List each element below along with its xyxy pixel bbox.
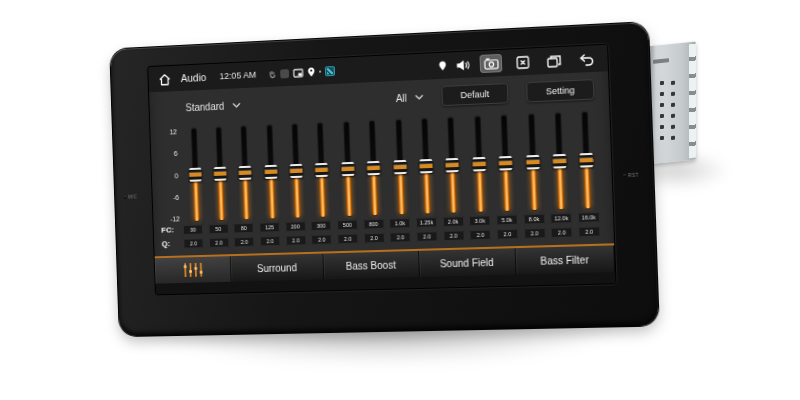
volume-icon[interactable] — [455, 58, 471, 72]
slider-fill — [345, 174, 352, 216]
setting-button[interactable]: Setting — [526, 79, 594, 102]
eq-band-slider[interactable] — [546, 112, 573, 211]
eq-band-slider[interactable] — [309, 122, 335, 218]
dot-separator — [319, 71, 321, 73]
bass-filter-tab[interactable]: Bass Filter — [515, 245, 615, 274]
slider-fill — [217, 179, 224, 220]
q-row-label: Q: — [162, 239, 181, 248]
mic-hole-dot — [123, 196, 126, 199]
eq-band-slider[interactable] — [413, 117, 439, 214]
fc-value-chip: 1.0k — [389, 217, 410, 228]
slider-knob[interactable] — [341, 162, 354, 176]
home-icon[interactable] — [158, 72, 172, 85]
disabled-app-icon — [280, 69, 289, 78]
eq-bands — [181, 111, 603, 223]
fc-value-chip: 300 — [311, 220, 332, 231]
cage-holes — [660, 81, 664, 85]
q-value-chip: 2.0 — [311, 234, 332, 245]
slider-knob[interactable] — [315, 163, 328, 177]
equalizer-panel: 1260-6-12 — [158, 111, 603, 223]
eq-band-slider[interactable] — [519, 113, 546, 211]
eq-band-slider[interactable] — [439, 116, 465, 214]
eq-band-slider[interactable] — [335, 121, 361, 217]
eq-band-slider[interactable] — [233, 125, 258, 220]
head-unit-body: MIC RST Audio 12:05 AM — [110, 22, 659, 336]
channel-dropdown[interactable]: All — [396, 91, 424, 103]
fc-value-chip: 2.0k — [442, 216, 463, 227]
chevron-down-icon — [415, 94, 424, 100]
fc-value-chip: 80 — [234, 222, 254, 232]
cage-slit — [653, 58, 669, 64]
eq-band-slider[interactable] — [258, 124, 283, 220]
equalizer-tab[interactable] — [155, 256, 232, 284]
tab-label: Surround — [257, 262, 297, 274]
fc-value-chip: 800 — [363, 218, 384, 229]
slider-knob[interactable] — [367, 161, 380, 175]
q-value-chip: 2.0 — [209, 237, 229, 247]
eq-band-slider[interactable] — [387, 119, 413, 216]
close-app-button[interactable] — [511, 52, 534, 71]
fc-value-chip: 50 — [208, 223, 228, 233]
slider-knob[interactable] — [499, 156, 513, 171]
slider-fill — [450, 170, 457, 213]
eq-band-slider[interactable] — [182, 127, 207, 222]
default-button[interactable]: Default — [441, 83, 508, 106]
eq-band-slider[interactable] — [466, 115, 493, 213]
slider-fill — [423, 171, 430, 213]
status-clock: 12:05 AM — [219, 70, 256, 82]
q-value-chip: 2.0 — [443, 230, 464, 241]
q-value-chip: 2.0 — [260, 235, 281, 245]
slider-fill — [476, 169, 484, 212]
fc-value-chip: 1.25k — [416, 217, 437, 228]
preset-value: Standard — [185, 100, 224, 113]
fc-value-chip: 3.0k — [469, 215, 491, 226]
slider-knob[interactable] — [526, 155, 540, 170]
slider-knob[interactable] — [393, 160, 406, 175]
gain-scale-label: 0 — [175, 172, 179, 179]
cast-icon — [293, 68, 304, 77]
mounting-cage-sleeve — [647, 41, 696, 164]
slider-knob[interactable] — [419, 159, 432, 174]
slider-fill — [192, 180, 199, 221]
slider-fill — [557, 166, 565, 209]
sound-field-tab[interactable]: Sound Field — [419, 248, 517, 277]
slider-knob[interactable] — [189, 168, 202, 182]
channel-value: All — [396, 92, 407, 104]
slider-knob[interactable] — [214, 167, 227, 181]
eq-band-slider[interactable] — [492, 114, 519, 212]
slider-knob[interactable] — [290, 164, 303, 178]
slider-knob[interactable] — [472, 157, 486, 172]
status-bar-right — [438, 49, 597, 75]
q-value-chip: 2.0 — [524, 227, 546, 238]
bass-boost-tab[interactable]: Bass Boost — [324, 251, 420, 280]
recent-apps-button[interactable] — [542, 51, 565, 70]
preset-dropdown[interactable]: Standard — [185, 100, 240, 113]
slider-knob[interactable] — [580, 153, 594, 168]
back-button[interactable] — [574, 49, 597, 68]
tab-label: Bass Boost — [346, 259, 396, 271]
slider-knob[interactable] — [446, 158, 460, 173]
touchscreen: Audio 12:05 AM — [148, 45, 615, 295]
slider-fill — [268, 177, 275, 219]
slider-knob[interactable] — [553, 154, 567, 169]
reset-label: RST — [628, 173, 639, 179]
eq-band-slider[interactable] — [283, 123, 309, 219]
cage-notches — [689, 43, 696, 158]
teal-app-badge-icon — [325, 66, 335, 76]
camera-button[interactable] — [479, 54, 502, 73]
tab-label: Sound Field — [440, 256, 494, 269]
eq-band-slider[interactable] — [207, 126, 232, 221]
q-value-chip: 2.0 — [285, 235, 306, 246]
toolbar-spacer — [248, 98, 388, 104]
fc-value-chip: 30 — [183, 224, 203, 234]
slider-knob[interactable] — [239, 166, 252, 180]
eq-band-slider[interactable] — [573, 111, 600, 210]
slider-fill — [397, 172, 404, 214]
slider-fill — [371, 173, 378, 215]
q-value-chip: 2.0 — [551, 227, 573, 238]
slider-knob[interactable] — [264, 165, 277, 179]
surround-tab[interactable]: Surround — [231, 254, 325, 282]
fc-value-chip: 125 — [259, 222, 280, 233]
fc-row-label: FC: — [161, 225, 180, 234]
eq-band-slider[interactable] — [361, 120, 387, 217]
